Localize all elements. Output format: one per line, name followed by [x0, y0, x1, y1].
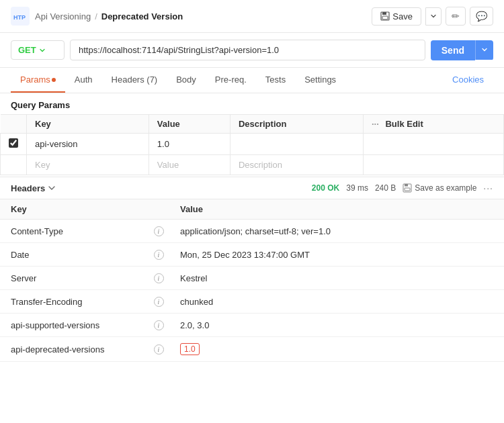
comment-button[interactable]: 💬 — [470, 7, 493, 26]
table-row: Key Value Description — [1, 155, 504, 175]
row-checkbox-cell-empty — [1, 155, 27, 175]
info-icon: i — [154, 226, 164, 236]
deprecated-badge: 1.0 — [180, 343, 200, 355]
info-icon: i — [154, 273, 164, 283]
breadcrumb-current: Deprecated Version — [101, 11, 183, 21]
resp-header-key: api-deprecated-versions — [0, 337, 148, 362]
request-tabs: Params Auth Headers (7) Body Pre-req. Te… — [0, 68, 504, 93]
tab-body[interactable]: Body — [167, 68, 206, 93]
row-checkbox-cell[interactable] — [1, 134, 27, 155]
save-example-button[interactable]: Save as example — [403, 183, 476, 193]
info-icon: i — [154, 250, 164, 260]
resp-key-col-header: Key — [0, 199, 148, 220]
breadcrumb: Api Versioning / Deprecated Version — [35, 11, 366, 21]
top-bar-actions: Save ✏ 💬 — [372, 7, 493, 26]
resp-header-info: i — [148, 267, 169, 290]
resp-header-info: i — [148, 220, 169, 243]
send-chevron-icon — [481, 46, 488, 53]
resp-info-col-header — [148, 199, 169, 220]
table-row: Transfer-Encodingichunked — [0, 290, 504, 314]
info-icon: i — [154, 344, 164, 355]
edit-button[interactable]: ✏ — [446, 7, 466, 26]
send-dropdown-button[interactable] — [475, 40, 493, 60]
resp-header-key: Date — [0, 243, 148, 267]
checkbox-col-header — [1, 115, 27, 134]
key-col-header: Key — [27, 115, 149, 134]
svg-rect-6 — [405, 184, 408, 187]
url-input[interactable] — [70, 40, 425, 60]
resp-value-col-header: Value — [169, 199, 504, 220]
response-bar-left: Headers — [11, 183, 56, 193]
info-icon: i — [154, 320, 164, 330]
value-col-header: Value — [149, 115, 230, 134]
table-row: DateiMon, 25 Dec 2023 13:47:00 GMT — [0, 243, 504, 267]
table-row: api-deprecated-versionsi1.0 — [0, 337, 504, 362]
tab-cookies-label: Cookies — [452, 75, 484, 85]
tab-body-label: Body — [176, 75, 196, 85]
row-key-cell[interactable]: api-version — [27, 134, 149, 155]
resp-header-key: api-supported-versions — [0, 314, 148, 337]
resp-header-key: Server — [0, 267, 148, 290]
response-bar: Headers 200 OK 39 ms 240 B Save as examp… — [0, 177, 504, 199]
app-logo: HTP — [11, 7, 30, 26]
tab-prereq[interactable]: Pre-req. — [206, 68, 256, 93]
resp-header-info: i — [148, 243, 169, 267]
tab-params-label: Params — [20, 75, 50, 85]
method-chevron-icon — [39, 47, 46, 54]
description-col-header: Description — [230, 115, 363, 134]
save-button[interactable]: Save — [372, 7, 421, 26]
resp-header-info: i — [148, 314, 169, 337]
headers-section-label: Headers — [11, 183, 45, 193]
tab-auth[interactable]: Auth — [65, 68, 102, 93]
resp-header-value: application/json; charset=utf-8; ver=1.0 — [169, 220, 504, 243]
tab-settings[interactable]: Settings — [295, 68, 345, 93]
bulk-edit-label: Bulk Edit — [385, 119, 423, 129]
tab-auth-label: Auth — [75, 75, 93, 85]
row-key-placeholder[interactable]: Key — [27, 155, 149, 175]
tab-headers[interactable]: Headers (7) — [102, 68, 167, 93]
tab-params[interactable]: Params — [11, 68, 65, 93]
breadcrumb-link[interactable]: Api Versioning — [35, 11, 91, 21]
row-action-empty — [363, 155, 503, 175]
row-value-cell[interactable]: 1.0 — [149, 134, 230, 155]
svg-rect-3 — [382, 12, 386, 15]
tab-tests-label: Tests — [265, 75, 286, 85]
top-bar: HTP Api Versioning / Deprecated Version … — [0, 0, 504, 33]
comment-icon: 💬 — [476, 11, 487, 21]
resp-header-value: Kestrel — [169, 267, 504, 290]
query-params-title: Query Params — [0, 93, 504, 114]
row-action-cell — [363, 134, 503, 155]
row-checkbox[interactable] — [9, 138, 18, 148]
row-value-placeholder[interactable]: Value — [149, 155, 230, 175]
tab-headers-label: Headers (7) — [112, 75, 158, 85]
response-time: 39 ms — [346, 183, 368, 193]
save-label: Save — [392, 11, 413, 21]
tab-tests[interactable]: Tests — [256, 68, 295, 93]
method-select[interactable]: GET — [11, 40, 65, 60]
tab-cookies[interactable]: Cookies — [443, 68, 493, 93]
send-main-button[interactable]: Send — [431, 40, 475, 60]
info-icon: i — [154, 297, 164, 307]
query-params-table: Key Value Description ··· Bulk Edit api-… — [0, 114, 504, 175]
table-row: Content-Typeiapplication/json; charset=u… — [0, 220, 504, 243]
response-status: 200 OK — [312, 183, 339, 193]
response-more-button[interactable]: ··· — [483, 183, 493, 193]
url-bar: GET Send — [0, 33, 504, 68]
row-desc-placeholder[interactable]: Description — [230, 155, 363, 175]
resp-header-value: 1.0 — [169, 337, 504, 362]
tab-settings-label: Settings — [304, 75, 336, 85]
svg-rect-4 — [382, 16, 388, 19]
resp-header-value: Mon, 25 Dec 2023 13:47:00 GMT — [169, 243, 504, 267]
chevron-down-icon — [430, 13, 437, 19]
bulk-edit-col-header[interactable]: ··· Bulk Edit — [363, 115, 503, 134]
method-label: GET — [18, 45, 36, 55]
headers-chevron-icon[interactable] — [48, 184, 56, 192]
table-row: api-supported-versionsi2.0, 3.0 — [0, 314, 504, 337]
response-size: 240 B — [375, 183, 396, 193]
save-dropdown-button[interactable] — [425, 7, 442, 26]
row-desc-cell[interactable] — [230, 134, 363, 155]
table-row: ServeriKestrel — [0, 267, 504, 290]
save-icon — [380, 11, 390, 21]
resp-header-key: Content-Type — [0, 220, 148, 243]
more-dots-icon: ··· — [372, 119, 379, 129]
